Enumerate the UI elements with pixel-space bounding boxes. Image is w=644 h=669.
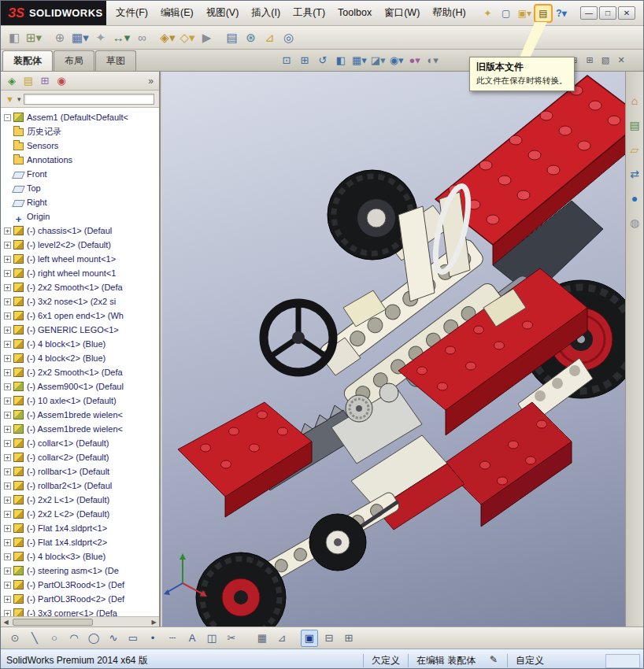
tree-item[interactable]: + (-) GENERIC LEGO<1> bbox=[4, 323, 159, 337]
two-view-icon[interactable]: ⊟ bbox=[320, 630, 338, 647]
tree-expander[interactable]: + bbox=[4, 553, 11, 560]
custom-properties-icon[interactable]: ◍ bbox=[627, 216, 642, 230]
configurationmanager-tab-icon[interactable]: ⊞ bbox=[38, 74, 52, 88]
tree-item[interactable]: + (-) 4 block<3> (Blue) bbox=[4, 549, 159, 564]
tree-expander[interactable]: + bbox=[4, 610, 11, 617]
assembly-features-icon[interactable]: ◈▾ bbox=[158, 29, 176, 46]
tree-item[interactable]: + (-) chassis<1> (Defaul bbox=[4, 224, 159, 238]
text-sketch-icon[interactable]: A bbox=[183, 630, 201, 647]
menu-item[interactable]: 插入(I) bbox=[245, 1, 287, 25]
tree-item[interactable]: Origin bbox=[4, 209, 159, 224]
menu-pin-icon[interactable]: ✦ bbox=[480, 6, 496, 21]
tree-item[interactable]: + (-) rollbar<1> (Default bbox=[4, 464, 159, 479]
smart-fasteners-icon[interactable]: ✦ bbox=[92, 29, 109, 46]
featuremanager-tab-icon[interactable]: ◈ bbox=[5, 74, 19, 88]
close-button[interactable]: ✕ bbox=[618, 6, 635, 20]
help-search-icon[interactable]: ?▾ bbox=[553, 6, 569, 21]
insert-components-icon[interactable]: ⊞▾ bbox=[24, 29, 43, 46]
instant3d-icon[interactable]: ⊿ bbox=[261, 29, 279, 46]
tree-item[interactable]: + (-) 4 block<2> (Blue) bbox=[4, 351, 159, 365]
tree-item[interactable]: Sensors bbox=[4, 139, 159, 153]
new-document-icon[interactable]: ▢ bbox=[498, 6, 514, 21]
tree-expander[interactable]: + bbox=[4, 454, 11, 461]
tree-horizontal-scrollbar[interactable]: ◀ ▶ bbox=[1, 616, 159, 626]
tree-expander[interactable]: + bbox=[4, 256, 11, 263]
tree-expander[interactable] bbox=[4, 157, 11, 164]
tree-item[interactable]: + (-) Assem900<1> (Defaul bbox=[4, 379, 159, 394]
appearances-icon[interactable]: ● bbox=[627, 191, 642, 205]
tree-expander[interactable] bbox=[4, 128, 11, 135]
design-library-icon[interactable]: ▤ bbox=[627, 118, 642, 132]
tree-item[interactable]: + (-) 4 block<1> (Blue) bbox=[4, 337, 159, 351]
close-pane-icon[interactable]: ✕ bbox=[615, 54, 627, 66]
scroll-left-icon[interactable]: ◀ bbox=[1, 619, 11, 626]
tree-item[interactable]: + (-) Assem1brede wielen< bbox=[4, 422, 159, 436]
tree-expander[interactable]: + bbox=[4, 596, 11, 603]
tree-expander[interactable]: + bbox=[4, 327, 11, 334]
apply-scene-icon[interactable]: ◐▾ bbox=[424, 52, 442, 68]
menu-item[interactable]: 编辑(E) bbox=[154, 1, 200, 25]
tree-item[interactable]: + (-) 3x3 corner<1> (Defa bbox=[4, 606, 159, 616]
tree-item[interactable]: + (-) PartOL3Rood<1> (Def bbox=[4, 578, 159, 592]
zoom-area-icon[interactable]: ⊞ bbox=[296, 52, 313, 68]
quick-snaps-icon[interactable]: ⊿ bbox=[273, 630, 291, 647]
exploded-view-icon[interactable]: ⊛ bbox=[242, 29, 260, 46]
tree-expander[interactable]: + bbox=[4, 312, 11, 320]
tree-expander[interactable]: + bbox=[4, 525, 11, 532]
pane-float-icon[interactable]: ▧ bbox=[599, 54, 612, 66]
customize-statusbar-button[interactable]: 自定义 bbox=[507, 654, 544, 667]
linear-component-pattern-icon[interactable]: ▦▾ bbox=[70, 29, 91, 46]
view-palette-icon[interactable]: ⇄ bbox=[627, 167, 642, 181]
displaymanager-tab-icon[interactable]: ◉ bbox=[54, 74, 68, 88]
bill-of-materials-icon[interactable]: ▤ bbox=[224, 29, 241, 46]
single-view-icon[interactable]: ▣ bbox=[301, 630, 318, 647]
tab-layout[interactable]: 布局 bbox=[54, 50, 94, 71]
menu-item[interactable]: 窗口(W) bbox=[378, 1, 426, 25]
panel-overflow-chevron[interactable]: » bbox=[146, 76, 155, 87]
tree-item[interactable]: + (-) 2x2 L<2> (Default) bbox=[4, 507, 159, 521]
tree-item[interactable]: Right bbox=[4, 195, 159, 209]
tree-expander[interactable]: + bbox=[4, 567, 11, 575]
tree-item[interactable]: + (-) 3x2 nose<1> (2x2 si bbox=[4, 294, 159, 309]
scrollbar-track[interactable] bbox=[11, 618, 149, 626]
tree-expander[interactable]: + bbox=[4, 227, 11, 235]
old-version-file-warning-icon[interactable]: ▤ bbox=[535, 6, 551, 21]
trim-entities-icon[interactable]: ✂ bbox=[223, 630, 240, 647]
rectangle-icon[interactable]: ▭ bbox=[124, 630, 142, 647]
tree-item[interactable]: + (-) 2x2 Smooth<1> (Defa bbox=[4, 280, 159, 294]
tree-item[interactable]: Front bbox=[4, 167, 159, 181]
tree-item[interactable]: + (-) collar<1> (Default) bbox=[4, 436, 159, 450]
mate-icon[interactable]: ⊕ bbox=[51, 29, 68, 46]
view-orientation-icon[interactable]: ▦▾ bbox=[350, 52, 368, 68]
tree-expander[interactable]: + bbox=[4, 298, 11, 305]
tree-item[interactable]: + (-) Flat 1x4.sldprt<1> bbox=[4, 521, 159, 535]
grid-snap-icon[interactable]: ▦ bbox=[254, 630, 271, 647]
mirror-entities-icon[interactable]: ◫ bbox=[203, 630, 220, 647]
tree-expander[interactable]: + bbox=[4, 284, 11, 291]
tab-sketch[interactable]: 草图 bbox=[95, 50, 136, 71]
tree-filter-input[interactable] bbox=[24, 94, 154, 105]
tree-item[interactable]: + (-) 2x2 Smooth<1> (Defa bbox=[4, 365, 159, 379]
hide-show-items-icon[interactable]: ◉▾ bbox=[388, 52, 405, 68]
model-pulley-wheel[interactable] bbox=[309, 514, 366, 571]
tree-item[interactable]: - Assem1 (Default<Default< bbox=[4, 110, 159, 124]
tree-expander[interactable]: + bbox=[4, 369, 11, 376]
tree-expander[interactable]: + bbox=[4, 341, 11, 348]
tree-item[interactable]: + (-) level2<2> (Default) bbox=[4, 238, 159, 252]
tree-expander[interactable]: + bbox=[4, 426, 11, 433]
section-view-icon[interactable]: ◧ bbox=[332, 52, 350, 68]
tree-expander[interactable]: + bbox=[4, 270, 11, 277]
menu-item[interactable]: 文件(F) bbox=[109, 1, 154, 25]
ellipse-icon[interactable]: ◯ bbox=[85, 630, 102, 647]
tree-item[interactable]: + (-) right wheel mount<1 bbox=[4, 266, 159, 280]
tree-item[interactable]: + (-) steering asm<1> (De bbox=[4, 564, 159, 578]
3d-model-view[interactable] bbox=[162, 72, 627, 626]
tree-expander[interactable] bbox=[4, 213, 11, 220]
centerline-icon[interactable]: ┄ bbox=[164, 630, 181, 647]
edit-component-icon[interactable]: ◧ bbox=[6, 29, 23, 46]
edit-appearance-icon[interactable]: ●▾ bbox=[406, 52, 424, 68]
pane-split-vertical-icon[interactable]: ⊞ bbox=[583, 54, 596, 66]
tree-expander[interactable]: + bbox=[4, 412, 11, 419]
tree-expander[interactable]: + bbox=[4, 397, 11, 405]
home-icon[interactable]: ⌂ bbox=[627, 94, 642, 108]
